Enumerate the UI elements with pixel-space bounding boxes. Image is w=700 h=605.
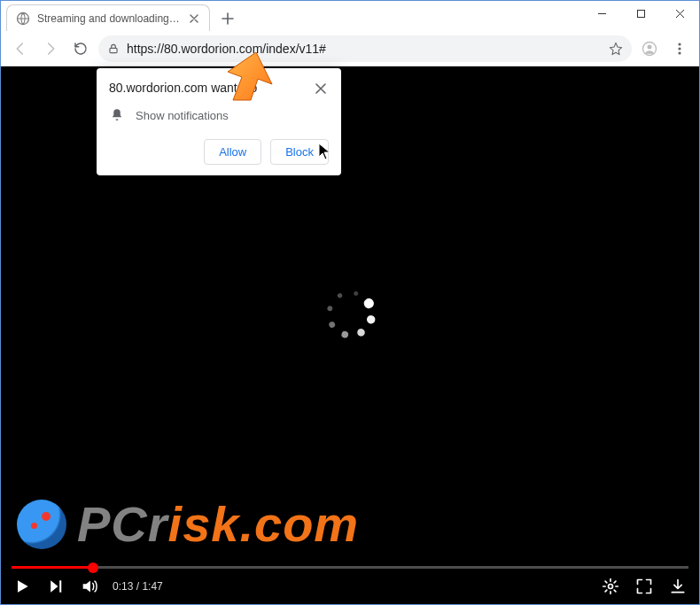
svg-rect-2 xyxy=(110,48,117,52)
window-controls xyxy=(582,1,699,27)
next-button[interactable] xyxy=(45,576,66,597)
lock-icon[interactable] xyxy=(107,43,120,55)
close-tab-icon[interactable] xyxy=(188,12,200,25)
tab-active[interactable]: Streaming and downloading are xyxy=(6,4,210,31)
back-button[interactable] xyxy=(8,36,33,61)
title-bar: Streaming and downloading are xyxy=(1,1,699,31)
watermark-logo-icon xyxy=(17,500,66,549)
svg-point-4 xyxy=(648,44,652,49)
svg-point-6 xyxy=(678,47,681,50)
permission-row-label: Show notifications xyxy=(136,109,229,122)
time-current: 0:13 xyxy=(113,580,133,593)
tab-strip: Streaming and downloading are xyxy=(1,1,582,31)
volume-button[interactable] xyxy=(79,576,100,597)
svg-rect-8 xyxy=(59,580,61,592)
address-bar[interactable] xyxy=(98,35,632,62)
window-close-button[interactable] xyxy=(660,1,699,26)
permission-close-button[interactable] xyxy=(313,81,329,97)
download-button[interactable] xyxy=(667,576,688,597)
minimize-button[interactable] xyxy=(582,1,621,26)
svg-point-5 xyxy=(678,43,681,45)
watermark-text: PCrisk.com xyxy=(77,495,359,553)
new-tab-button[interactable] xyxy=(215,6,240,31)
svg-point-9 xyxy=(609,585,613,589)
profile-button[interactable] xyxy=(637,36,662,61)
menu-button[interactable] xyxy=(667,36,692,61)
block-button[interactable]: Block xyxy=(270,139,329,165)
watermark: PCrisk.com xyxy=(17,495,359,553)
bell-icon xyxy=(109,107,125,123)
allow-button[interactable]: Allow xyxy=(204,139,261,165)
play-button[interactable] xyxy=(12,576,33,597)
watermark-isk: isk.com xyxy=(168,496,360,552)
player-controls: 0:13 / 1:47 xyxy=(1,569,699,604)
time-total: 1:47 xyxy=(142,580,162,593)
tab-title: Streaming and downloading are xyxy=(37,12,181,25)
forward-button[interactable] xyxy=(38,36,63,61)
reload-button[interactable] xyxy=(68,36,93,61)
star-icon[interactable] xyxy=(609,42,623,56)
time-sep: / xyxy=(133,580,142,593)
globe-icon xyxy=(16,12,30,26)
watermark-pcr: PCr xyxy=(77,496,168,552)
svg-point-7 xyxy=(678,51,681,54)
toolbar xyxy=(1,31,699,66)
url-input[interactable] xyxy=(127,42,602,56)
time-display: 0:13 / 1:47 xyxy=(113,580,163,593)
fullscreen-button[interactable] xyxy=(634,576,655,597)
permission-dialog: 80.wordorion.com wants to Show notificat… xyxy=(97,68,341,175)
loading-spinner-icon xyxy=(323,287,377,340)
svg-rect-1 xyxy=(637,10,644,17)
maximize-button[interactable] xyxy=(621,1,660,26)
permission-origin: 80.wordorion.com wants to xyxy=(109,81,257,95)
browser-window: Streaming and downloading are xyxy=(0,0,700,605)
settings-button[interactable] xyxy=(600,576,621,597)
